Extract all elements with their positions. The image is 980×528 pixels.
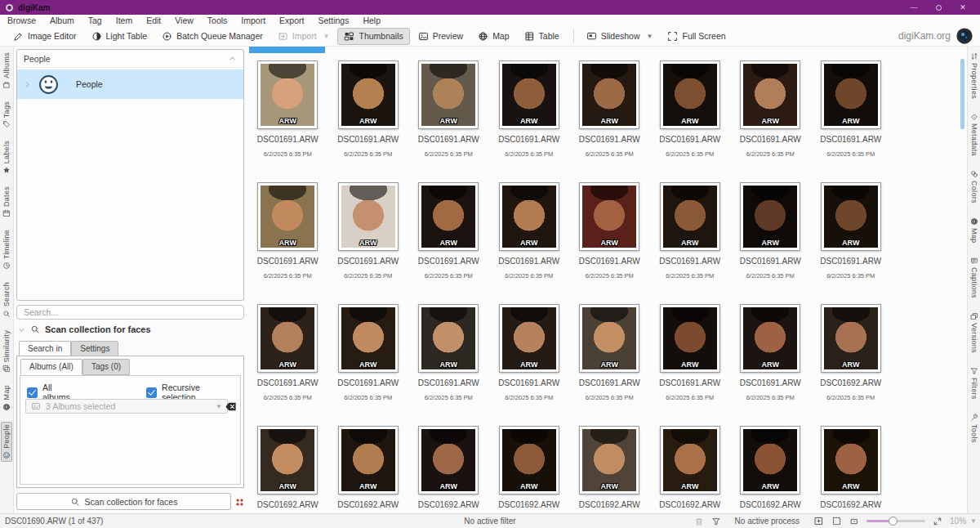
- toolbar-preview-button[interactable]: Preview: [412, 28, 470, 45]
- minimize-icon[interactable]: —: [902, 0, 926, 15]
- people-tree-item[interactable]: People: [17, 69, 243, 99]
- thumbnail-cell[interactable]: ARW DSC01691.ARW 6/2/2025 6:35 PM: [408, 301, 489, 423]
- backspace-clear-icon[interactable]: [225, 400, 237, 413]
- maximize-icon[interactable]: [926, 0, 951, 15]
- face-thumbnail-image[interactable]: ARW: [419, 305, 478, 372]
- thumbnail-cell[interactable]: ARW DSC01691.ARW 6/2/2025 6:35 PM: [730, 179, 811, 301]
- sidebar-tab-albums[interactable]: Albums: [2, 51, 11, 91]
- thumbnail-cell[interactable]: ARW DSC01691.ARW 6/2/2025 6:35 PM: [811, 57, 892, 179]
- menu-tag[interactable]: Tag: [88, 16, 102, 25]
- zoom-percent-select[interactable]: 10% ▼: [950, 517, 977, 526]
- toolbar-light-table-button[interactable]: Light Table: [85, 28, 154, 45]
- menu-browse[interactable]: Browse: [7, 16, 36, 25]
- chevron-down-icon[interactable]: ▼: [647, 33, 653, 40]
- thumbnail-cell[interactable]: ARW DSC01691.ARW 6/2/2025 6:35 PM: [247, 57, 328, 179]
- face-thumbnail-image[interactable]: ARW: [822, 61, 880, 128]
- thumbnail-cell[interactable]: ARW DSC01692.ARW 6/2/2025 6:35 PM: [650, 423, 731, 513]
- face-thumbnail-image[interactable]: ARW: [500, 183, 559, 250]
- face-thumbnail-image[interactable]: ARW: [580, 427, 639, 494]
- menu-export[interactable]: Export: [279, 16, 304, 25]
- toolbar-batch-queue-manager-button[interactable]: Batch Queue Manager: [155, 28, 270, 45]
- thumbnail-cell[interactable]: ARW DSC01692.ARW 6/2/2025 6:35 PM: [811, 423, 892, 513]
- recursive-selection-checkbox[interactable]: [146, 387, 157, 398]
- thumbnail-cell[interactable]: ARW DSC01691.ARW 6/2/2025 6:35 PM: [328, 301, 409, 423]
- menu-item[interactable]: Item: [116, 16, 132, 25]
- chevron-down-icon[interactable]: ▼: [323, 33, 330, 40]
- face-thumbnail-image[interactable]: ARW: [741, 427, 800, 494]
- zoom-select-icon[interactable]: [831, 516, 842, 526]
- face-thumbnail-image[interactable]: ARW: [258, 183, 317, 250]
- thumbnail-cell[interactable]: ARW DSC01692.ARW 6/2/2025 6:35 PM: [247, 423, 328, 513]
- face-thumbnail-image[interactable]: ARW: [500, 61, 559, 128]
- thumbnail-cell[interactable]: ARW DSC01692.ARW 6/2/2025 6:35 PM: [811, 301, 892, 423]
- face-thumbnail-image[interactable]: ARW: [822, 427, 880, 494]
- toolbar-table-button[interactable]: Table: [518, 28, 566, 45]
- chevron-down-icon[interactable]: [18, 326, 25, 333]
- face-thumbnail-image[interactable]: ARW: [500, 305, 559, 372]
- scan-collection-button[interactable]: Scan collection for faces: [16, 493, 231, 510]
- thumbnail-cell[interactable]: ARW DSC01691.ARW 6/2/2025 6:35 PM: [328, 57, 409, 179]
- thumbnail-cell[interactable]: ARW DSC01691.ARW 6/2/2025 6:35 PM: [408, 57, 489, 179]
- albums-select-dropdown[interactable]: 3 Albums selected ▼: [25, 399, 228, 414]
- face-thumbnail-image[interactable]: ARW: [339, 61, 398, 128]
- toolbar-import-button[interactable]: Import▼: [271, 28, 336, 45]
- thumbnail-cell[interactable]: ARW DSC01692.ARW 6/2/2025 6:35 PM: [730, 423, 811, 513]
- face-thumbnail-image[interactable]: ARW: [580, 305, 639, 372]
- face-thumbnail-image[interactable]: ARW: [258, 61, 317, 128]
- zoom-fit-icon[interactable]: [813, 516, 824, 526]
- sidebar-tab-people[interactable]: People: [1, 422, 12, 462]
- face-thumbnail-image[interactable]: ARW: [258, 427, 317, 494]
- thumbnail-cell[interactable]: ARW DSC01692.ARW 6/2/2025 6:35 PM: [489, 423, 570, 513]
- thumbnail-cell[interactable]: ARW DSC01692.ARW 6/2/2025 6:35 PM: [328, 423, 409, 513]
- chevron-right-icon[interactable]: [24, 81, 31, 88]
- toolbar-thumbnails-button[interactable]: Thumbnails: [337, 28, 409, 45]
- sidebar-tab-labels[interactable]: Labels: [2, 139, 11, 176]
- toolbar-map-button[interactable]: Map: [471, 28, 515, 45]
- face-thumbnail-image[interactable]: ARW: [822, 305, 880, 372]
- thumbnail-cell[interactable]: ARW DSC01691.ARW 6/2/2025 6:35 PM: [489, 57, 570, 179]
- thumbnail-cell[interactable]: ARW DSC01691.ARW 6/2/2025 6:35 PM: [811, 179, 892, 301]
- sidebar-tab-dates[interactable]: Dates: [2, 185, 11, 219]
- menu-import[interactable]: Import: [241, 16, 265, 25]
- thumbnail-cell[interactable]: ARW DSC01691.ARW 6/2/2025 6:35 PM: [650, 57, 731, 179]
- sidebar-tab-map[interactable]: Map: [969, 216, 979, 244]
- face-thumbnail-image[interactable]: ARW: [258, 305, 317, 372]
- thumbnail-cell[interactable]: ARW DSC01691.ARW 6/2/2025 6:35 PM: [569, 57, 650, 179]
- menu-view[interactable]: View: [175, 16, 194, 25]
- tab-search-in[interactable]: Search in: [19, 341, 71, 357]
- thumbnail-cell[interactable]: ARW DSC01691.ARW 6/2/2025 6:35 PM: [489, 301, 570, 423]
- sidebar-tab-search[interactable]: Search: [2, 280, 11, 319]
- toolbar-slideshow-button[interactable]: Slideshow▼: [580, 28, 660, 45]
- face-thumbnail-image[interactable]: ARW: [339, 183, 398, 250]
- toolbar-full-screen-button[interactable]: Full Screen: [661, 28, 732, 45]
- zoom-slider-knob[interactable]: [889, 517, 898, 526]
- zoom-out-icon[interactable]: [849, 517, 859, 526]
- tab-settings[interactable]: Settings: [71, 341, 118, 357]
- thumbnail-cell[interactable]: ARW DSC01691.ARW 6/2/2025 6:35 PM: [408, 179, 489, 301]
- thumbnail-cell[interactable]: ARW DSC01691.ARW 6/2/2025 6:35 PM: [328, 179, 409, 301]
- group-header-highlight[interactable]: [249, 47, 325, 53]
- sidebar-tab-tags[interactable]: Tags: [2, 100, 11, 130]
- sidebar-tab-versions[interactable]: Versions: [969, 311, 979, 355]
- thumbnail-cell[interactable]: ARW DSC01692.ARW 6/2/2025 6:35 PM: [408, 423, 489, 513]
- thumbnail-cell[interactable]: ARW DSC01691.ARW 6/2/2025 6:35 PM: [650, 179, 731, 301]
- face-thumbnail-image[interactable]: ARW: [339, 305, 398, 372]
- sidebar-tab-properties[interactable]: Properties: [969, 51, 979, 101]
- face-thumbnail-image[interactable]: ARW: [661, 183, 719, 250]
- people-box-header[interactable]: People: [17, 50, 243, 68]
- search-input[interactable]: [16, 305, 244, 320]
- thumbnail-cell[interactable]: ARW DSC01692.ARW 6/2/2025 6:35 PM: [569, 423, 650, 513]
- face-thumbnail-image[interactable]: ARW: [661, 427, 719, 494]
- funnel-icon[interactable]: [711, 517, 721, 526]
- sidebar-tab-map[interactable]: Map: [2, 383, 11, 412]
- sidebar-tab-metadata[interactable]: Metadata: [969, 111, 979, 158]
- face-thumbnail-image[interactable]: ARW: [741, 305, 800, 372]
- scan-section-header[interactable]: Scan collection for faces: [18, 324, 151, 334]
- sidebar-tab-timeline[interactable]: Timeline: [2, 228, 11, 271]
- face-thumbnail-image[interactable]: ARW: [500, 427, 559, 494]
- face-thumbnail-image[interactable]: ARW: [339, 427, 398, 494]
- menu-edit[interactable]: Edit: [146, 16, 161, 25]
- face-thumbnail-image[interactable]: ARW: [419, 183, 478, 250]
- tab-albums-all[interactable]: Albums (All): [20, 359, 82, 375]
- face-thumbnail-image[interactable]: ARW: [822, 183, 880, 250]
